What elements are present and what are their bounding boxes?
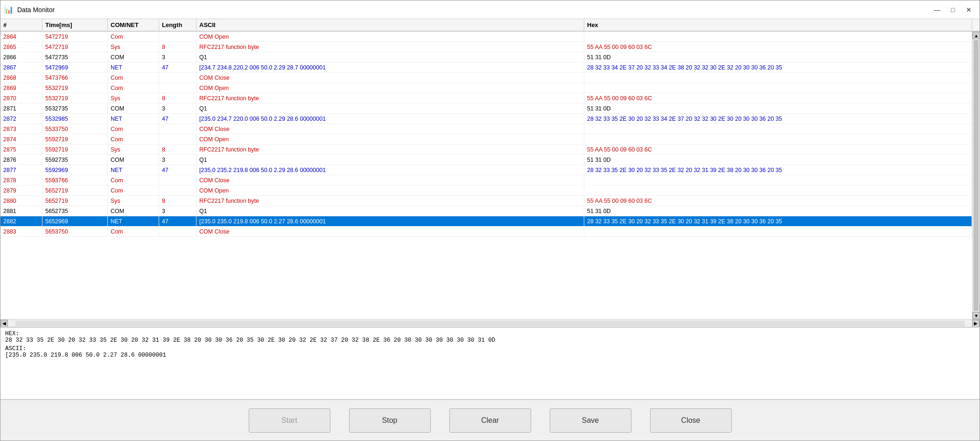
row-hex: 28 32 33 35 2E 30 20 32 33 34 2E 37 20 3…: [584, 114, 972, 124]
row-num: 2882: [0, 216, 42, 226]
row-hex: 28 32 33 35 2E 30 20 32 33 35 2E 30 20 3…: [584, 216, 972, 226]
row-time: 5652969: [42, 216, 108, 226]
table-row[interactable]: 28715532735COM3Q151 31 0D: [0, 103, 972, 114]
row-time: 5652735: [42, 206, 108, 216]
row-len: 8: [159, 196, 196, 206]
row-len: [159, 186, 196, 195]
row-len: [159, 227, 196, 236]
row-num: 2877: [0, 165, 42, 175]
row-num: 2873: [0, 124, 42, 134]
table-row[interactable]: 28835653750ComCOM Close: [0, 227, 972, 237]
row-num: 2871: [0, 103, 42, 113]
table-row[interactable]: 28745592719ComCOM Open: [0, 134, 972, 145]
close-window-button[interactable]: ✕: [962, 4, 976, 15]
table-row[interactable]: 28805652719Sys8RFC2217 function byte55 A…: [0, 196, 972, 206]
row-num: 2883: [0, 227, 42, 236]
table-row[interactable]: 28685473766ComCOM Close: [0, 73, 972, 83]
ascii-value: [235.0 235.0 219.8 006 50.0 2.27 28.6 00…: [5, 352, 975, 358]
row-time: 5532735: [42, 103, 108, 113]
row-len: 47: [159, 62, 196, 72]
row-ascii: RFC2217 function byte: [196, 93, 584, 103]
row-ascii: [235.0 235.0 219.8 006 50.0 2.27 28.6 00…: [196, 216, 584, 226]
col-header-hex: Hex: [584, 19, 972, 31]
row-com: COM: [108, 155, 159, 165]
row-time: 5472969: [42, 62, 108, 72]
table-row[interactable]: 28755592719Sys8RFC2217 function byte55 A…: [0, 145, 972, 155]
row-len: [159, 83, 196, 93]
close-button[interactable]: Close: [650, 408, 732, 433]
row-time: 5592969: [42, 165, 108, 175]
row-com: Com: [108, 83, 159, 93]
save-button[interactable]: Save: [550, 408, 631, 433]
horizontal-scrollbar[interactable]: [15, 321, 965, 326]
row-hex: 55 AA 55 00 09 60 03 6C: [584, 145, 972, 154]
scroll-thumb[interactable]: [973, 40, 979, 311]
row-com: COM: [108, 206, 159, 216]
row-ascii: RFC2217 function byte: [196, 196, 584, 206]
button-bar: Start Stop Clear Save Close: [0, 400, 980, 441]
clear-button[interactable]: Clear: [449, 408, 531, 433]
row-ascii: COM Close: [196, 175, 584, 185]
row-ascii: [234.7 234.8 220.2 006 50.0 2.29 28.7 00…: [196, 62, 584, 72]
table-row[interactable]: 28795652719ComCOM Open: [0, 186, 972, 196]
row-ascii: COM Open: [196, 186, 584, 195]
table-row[interactable]: 28785593766ComCOM Close: [0, 175, 972, 186]
row-ascii: RFC2217 function byte: [196, 42, 584, 52]
app-icon: 📊: [4, 5, 14, 14]
hex-label: HEX:: [5, 331, 975, 337]
row-ascii: COM Open: [196, 32, 584, 41]
row-time: 5473766: [42, 73, 108, 83]
scroll-up-button[interactable]: ▲: [973, 32, 980, 39]
row-com: Sys: [108, 93, 159, 103]
scroll-right-button[interactable]: ▶: [972, 320, 980, 327]
row-hex: [584, 186, 972, 195]
table-header: # Time[ms] COM/NET Length ASCII Hex: [0, 19, 980, 32]
table-row[interactable]: 28655472719Sys8RFC2217 function byte55 A…: [0, 42, 972, 52]
row-ascii: COM Close: [196, 73, 584, 83]
row-len: [159, 134, 196, 144]
start-button[interactable]: Start: [249, 408, 330, 433]
row-num: 2879: [0, 186, 42, 195]
table-row[interactable]: 28775592969NET47[235.0 235.2 219.8 006 5…: [0, 165, 972, 175]
table-body[interactable]: 28645472719ComCOM Open28655472719Sys8RFC…: [0, 32, 972, 319]
vertical-scrollbar[interactable]: ▲ ▼: [972, 32, 980, 319]
table-row[interactable]: 28705532719Sys8RFC2217 function byte55 A…: [0, 93, 972, 103]
row-ascii: [235.0 235.2 219.8 006 50.0 2.29 28.6 00…: [196, 165, 584, 175]
minimize-button[interactable]: —: [930, 4, 944, 15]
row-num: 2881: [0, 206, 42, 216]
row-len: 3: [159, 52, 196, 62]
row-ascii: COM Open: [196, 134, 584, 144]
table-row[interactable]: 28735533750ComCOM Close: [0, 124, 972, 134]
row-ascii: COM Close: [196, 124, 584, 134]
col-header-time: Time[ms]: [42, 19, 108, 31]
table-row[interactable]: 28695532719ComCOM Open: [0, 83, 972, 93]
hex-value: 28 32 33 35 2E 30 20 32 33 35 2E 30 20 3…: [5, 337, 975, 344]
row-num: 2865: [0, 42, 42, 52]
row-num: 2880: [0, 196, 42, 206]
scroll-left-button[interactable]: ◀: [0, 320, 8, 327]
table-row[interactable]: 28825652969NET47[235.0 235.0 219.8 006 5…: [0, 216, 972, 227]
row-hex: [584, 124, 972, 134]
col-header-ascii: ASCII: [196, 19, 584, 31]
row-time: 5532719: [42, 83, 108, 93]
row-num: 2875: [0, 145, 42, 154]
col-header-com: COM/NET: [108, 19, 159, 31]
stop-button[interactable]: Stop: [349, 408, 431, 433]
row-hex: 51 31 0D: [584, 155, 972, 165]
row-com: COM: [108, 52, 159, 62]
scroll-down-button[interactable]: ▼: [973, 312, 980, 319]
table-row[interactable]: 28765592735COM3Q151 31 0D: [0, 155, 972, 165]
row-len: 47: [159, 114, 196, 124]
table-row[interactable]: 28665472735COM3Q151 31 0D: [0, 52, 972, 62]
table-row[interactable]: 28815652735COM3Q151 31 0D: [0, 206, 972, 216]
hex-label-text: HEX:: [5, 331, 19, 337]
table-row[interactable]: 28675472969NET47[234.7 234.8 220.2 006 5…: [0, 62, 972, 73]
table-row[interactable]: 28725532985NET47[235.0 234.7 220.0 006 5…: [0, 114, 972, 124]
row-time: 5592719: [42, 134, 108, 144]
table-row[interactable]: 28645472719ComCOM Open: [0, 32, 972, 42]
row-ascii: Q1: [196, 206, 584, 216]
main-window: 📊 Data Monitor — □ ✕ # Time[ms] COM/NET …: [0, 0, 980, 441]
row-hex: 28 32 33 35 2E 30 20 32 33 35 2E 32 20 3…: [584, 165, 972, 175]
restore-button[interactable]: □: [946, 4, 960, 15]
row-com: NET: [108, 165, 159, 175]
